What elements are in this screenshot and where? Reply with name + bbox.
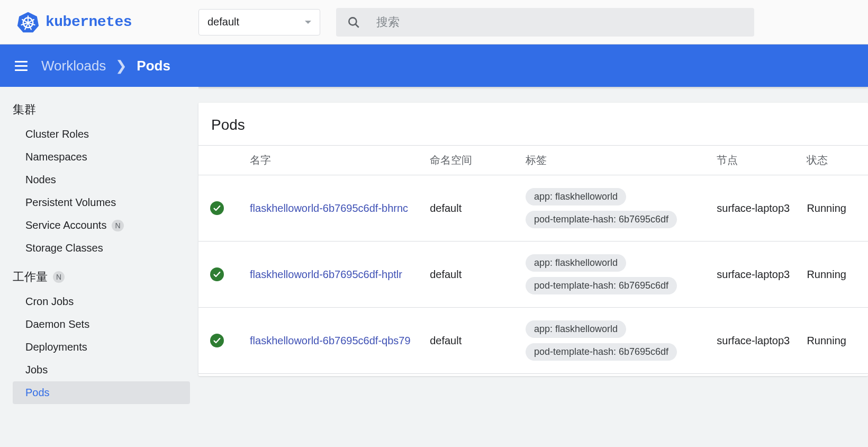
chevron-down-icon [305,21,311,24]
sidebar-item[interactable]: Pods [13,381,190,404]
sidebar-item-label: Service Accounts [25,219,106,231]
pod-state: Running [800,242,868,308]
sidebar-item[interactable]: Service AccountsN [13,214,190,237]
status-ok-icon [210,334,224,347]
pod-namespace: default [423,175,519,242]
logo[interactable]: kubernetes [4,11,198,33]
top-header: kubernetes default [0,0,868,44]
sidebar-item[interactable]: Namespaces [13,146,190,168]
column-header-status [198,146,243,175]
search-input[interactable] [375,15,744,30]
svg-point-10 [349,17,356,25]
sidebar-item-label: Cron Jobs [25,296,74,308]
sidebar-item-label: Nodes [25,174,56,186]
column-header-name[interactable]: 名字 [243,146,423,175]
label-chip: pod-template-hash: 6b7695c6df [526,211,677,228]
pod-state: Running [800,308,868,374]
pods-card-title: Pods [198,103,868,145]
side-nav: 集群Cluster RolesNamespacesNodesPersistent… [0,87,198,447]
search-box[interactable] [336,8,754,37]
nav-section-header[interactable]: 集群 [13,96,190,123]
sidebar-item-label: Cluster Roles [25,128,89,140]
content-area: 集群Cluster RolesNamespacesNodesPersistent… [0,87,868,447]
column-header-state[interactable]: 状态 [800,146,868,175]
sidebar-item-label: Daemon Sets [25,318,89,330]
pods-table-header-row: 名字 命名空间 标签 节点 状态 [198,146,868,175]
svg-point-9 [26,21,29,24]
pod-name-link[interactable]: flaskhelloworld-6b7695c6df-bhrnc [250,202,408,214]
nav-section-title: 工作量 [13,269,48,285]
pod-namespace: default [423,308,519,374]
svg-line-11 [355,24,358,27]
pod-namespace: default [423,242,519,308]
column-header-node[interactable]: 节点 [710,146,800,175]
pod-name-link[interactable]: flaskhelloworld-6b7695c6df-qbs79 [250,335,411,346]
sidebar-item[interactable]: Cron Jobs [13,290,190,313]
nav-section-header[interactable]: 工作量N [13,264,190,290]
main-panel: Pods 名字 命名空间 标签 节点 状态 flaskhelloworld-6b… [198,87,868,447]
chevron-right-icon: ❯ [115,58,127,74]
pods-table: 名字 命名空间 标签 节点 状态 flaskhelloworld-6b7695c… [198,145,868,374]
sidebar-item-label: Pods [25,387,50,399]
breadcrumb-bar: Workloads ❯ Pods [0,44,868,87]
label-chip: pod-template-hash: 6b7695c6df [526,343,677,361]
sidebar-item[interactable]: Cluster Roles [13,123,190,146]
kubernetes-logo-icon [17,11,39,33]
nav-section-badge: N [53,271,65,283]
sidebar-item-label: Storage Classes [25,242,103,254]
pod-node: surface-laptop3 [710,308,800,374]
sidebar-item[interactable]: Nodes [13,168,190,191]
label-chip: app: flaskhelloworld [526,254,626,272]
sidebar-item[interactable]: Deployments [13,336,190,359]
sidebar-item-label: Persistent Volumes [25,196,116,209]
sidebar-item[interactable]: Persistent Volumes [13,191,190,214]
status-ok-icon [210,201,224,215]
breadcrumb-current: Pods [137,58,170,74]
column-header-namespace[interactable]: 命名空间 [423,146,519,175]
status-ok-icon [210,267,224,281]
table-row: flaskhelloworld-6b7695c6df-hptlrdefaulta… [198,242,868,308]
pod-state: Running [800,175,868,242]
sidebar-item[interactable]: Jobs [13,359,190,381]
sidebar-item[interactable]: Storage Classes [13,237,190,260]
sidebar-item-label: Namespaces [25,151,87,163]
sidebar-item[interactable]: Daemon Sets [13,313,190,336]
label-chip: app: flaskhelloworld [526,188,626,205]
table-row: flaskhelloworld-6b7695c6df-qbs79defaulta… [198,308,868,374]
pod-node: surface-laptop3 [710,175,800,242]
namespace-select-value: default [207,16,239,28]
menu-icon[interactable] [15,61,28,71]
sidebar-item-badge: N [112,220,123,231]
search-icon [347,15,360,29]
label-chip: pod-template-hash: 6b7695c6df [526,277,677,294]
namespace-select[interactable]: default [198,9,320,35]
pod-name-link[interactable]: flaskhelloworld-6b7695c6df-hptlr [250,269,402,280]
label-chip: app: flaskhelloworld [526,320,626,338]
logo-text: kubernetes [46,14,132,30]
table-row: flaskhelloworld-6b7695c6df-bhrncdefaulta… [198,175,868,242]
breadcrumb-parent[interactable]: Workloads [41,58,106,74]
sidebar-item-label: Deployments [25,341,87,353]
column-header-labels[interactable]: 标签 [519,146,710,175]
pods-card: Pods 名字 命名空间 标签 节点 状态 flaskhelloworld-6b… [198,103,868,376]
nav-section-title: 集群 [13,102,36,118]
pod-node: surface-laptop3 [710,242,800,308]
sidebar-item-label: Jobs [25,364,48,376]
